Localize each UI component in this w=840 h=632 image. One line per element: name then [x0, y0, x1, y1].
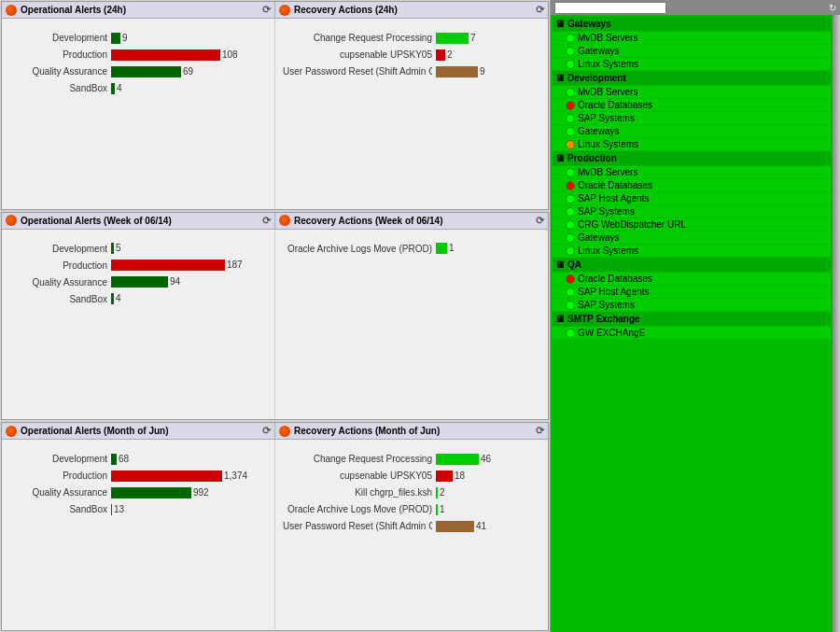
status-dot — [566, 194, 575, 204]
tree-leaf[interactable]: Oracle Databases — [553, 273, 831, 285]
refresh-icon[interactable]: ⟳ — [536, 215, 544, 227]
bar-row: User Password Reset (Shift Admin Only)9 — [283, 65, 540, 77]
globe-icon — [6, 426, 17, 437]
left-panel: Operational Alerts (24h)⟳Recovery Action… — [0, 0, 551, 632]
tree-leaf[interactable]: Linux Systems — [553, 58, 831, 70]
status-dot — [566, 220, 575, 230]
alert-chart-2: Development68Production1,374Quality Assu… — [2, 440, 275, 630]
tree-view[interactable]: 🖥GatewaysMvDB ServersGatewaysLinux Syste… — [551, 15, 833, 632]
tree-leaf[interactable]: Gateways — [553, 125, 831, 137]
refresh-icon[interactable]: ⟳ — [262, 425, 271, 437]
status-dot — [566, 207, 575, 217]
node-icon: 🖥 — [555, 19, 565, 29]
status-dot — [566, 181, 575, 190]
tree-leaf[interactable]: SAP Systems — [553, 299, 831, 311]
alert-chart-0: Development9Production108Quality Assuran… — [2, 19, 275, 209]
status-dot — [566, 47, 575, 56]
bar-row: Production108 — [9, 49, 267, 61]
refresh-icon[interactable]: ⟳ — [536, 4, 544, 16]
bar-row: Change Request Processing46 — [283, 453, 540, 465]
status-dot — [566, 127, 575, 136]
tree-leaf[interactable]: Oracle Databases — [553, 179, 831, 191]
bar-row: cupsenable UPSKY052 — [283, 49, 540, 61]
bar-row: SandBox4 — [9, 293, 267, 305]
bar-row: User Password Reset (Shift Admin Only)41 — [283, 520, 540, 532]
node-icon: 🖥 — [555, 153, 565, 163]
bar-row: Oracle Archive Logs Move (PROD)1 — [283, 243, 540, 255]
sections-container: Operational Alerts (24h)⟳Recovery Action… — [0, 0, 550, 632]
bar-row: Production1,374 — [9, 470, 267, 482]
tree-leaf[interactable]: SAP Systems — [553, 205, 831, 218]
tree-leaf[interactable]: Gateways — [553, 232, 831, 244]
section-block-1: Operational Alerts (Week of 06/14)⟳Recov… — [1, 212, 549, 421]
right-panel-refresh[interactable]: ↻ — [829, 3, 836, 13]
tree-leaf[interactable]: SAP Host Agents — [553, 286, 831, 298]
tree-leaf[interactable]: SAP Host Agents — [553, 192, 831, 204]
tree-leaf[interactable]: CRG WebDispatcher URL — [553, 218, 831, 231]
tree-leaf[interactable]: Linux Systems — [553, 138, 831, 150]
node-icon: 🖥 — [555, 314, 565, 324]
status-dot — [566, 274, 575, 284]
tree-leaf[interactable]: SAP Systems — [553, 112, 831, 124]
tree-leaf[interactable]: MvDB Servers — [553, 86, 831, 98]
recovery-chart-0: Change Request Processing7cupsenable UPS… — [275, 19, 548, 209]
bar-row: SandBox4 — [9, 82, 267, 94]
status-dot — [566, 246, 575, 256]
status-dot — [566, 288, 575, 297]
globe-icon — [6, 5, 17, 16]
bar-row: Development68 — [9, 453, 267, 465]
scrollbar[interactable] — [833, 15, 840, 632]
bar-row: Quality Assurance992 — [9, 486, 267, 499]
status-dot — [566, 60, 575, 69]
refresh-icon[interactable]: ⟳ — [536, 425, 544, 437]
tree-leaf[interactable]: MvDB Servers — [553, 32, 831, 44]
node-icon: 🖥 — [555, 260, 565, 270]
globe-icon — [6, 215, 17, 226]
alert-chart-1: Development5Production187Quality Assuran… — [2, 230, 275, 420]
tree-leaf[interactable]: Linux Systems — [553, 245, 831, 257]
status-dot — [566, 168, 575, 177]
tree-leaf[interactable]: Oracle Databases — [553, 99, 831, 111]
tree-search-input[interactable] — [554, 2, 666, 14]
bar-row: Oracle Archive Logs Move (PROD)1 — [283, 503, 540, 515]
status-dot — [566, 88, 575, 97]
status-dot — [566, 101, 575, 110]
tree-node-development[interactable]: 🖥Development — [553, 71, 831, 85]
status-dot — [566, 233, 575, 243]
status-dot — [566, 34, 575, 43]
bar-row: Production187 — [9, 260, 267, 272]
bar-row: Quality Assurance69 — [9, 65, 267, 77]
status-dot — [566, 114, 575, 123]
status-dot — [566, 140, 575, 149]
tree-node-production[interactable]: 🖥Production — [553, 151, 831, 165]
bar-row: Development5 — [9, 243, 267, 255]
globe-icon — [279, 215, 290, 226]
section-block-2: Operational Alerts (Month of Jun)⟳Recove… — [1, 422, 549, 631]
bar-row: Development9 — [9, 32, 267, 44]
bar-row: cupsenable UPSKY0518 — [283, 470, 540, 482]
refresh-icon[interactable]: ⟳ — [262, 4, 271, 16]
bar-row: Kill chgrp_files.ksh2 — [283, 486, 540, 499]
right-panel-header — [554, 2, 825, 14]
tree-node-qa[interactable]: 🖥QA — [553, 258, 831, 272]
right-panel: ↻ 🖥GatewaysMvDB ServersGatewaysLinux Sys… — [551, 0, 840, 632]
globe-icon — [279, 426, 290, 437]
status-dot — [566, 301, 575, 310]
section-block-0: Operational Alerts (24h)⟳Recovery Action… — [1, 1, 549, 210]
refresh-icon[interactable]: ⟳ — [262, 215, 271, 227]
tree-leaf[interactable]: MvDB Servers — [553, 166, 831, 178]
bar-row: Change Request Processing7 — [283, 32, 540, 44]
recovery-chart-1: Oracle Archive Logs Move (PROD)1 — [275, 230, 548, 420]
globe-icon — [279, 5, 290, 16]
bar-row: Quality Assurance94 — [9, 276, 267, 288]
status-dot — [566, 329, 575, 338]
bar-row: SandBox13 — [9, 503, 267, 515]
tree-node-gateways-top[interactable]: 🖥Gateways — [553, 17, 831, 31]
tree-leaf[interactable]: GW EXCHAngE — [553, 327, 831, 339]
tree-leaf[interactable]: Gateways — [553, 45, 831, 57]
recovery-chart-2: Change Request Processing46cupsenable UP… — [275, 440, 548, 630]
node-icon: 🖥 — [555, 73, 565, 83]
tree-node-smtp-exchange[interactable]: 🖥SMTP Exchange — [553, 312, 831, 326]
